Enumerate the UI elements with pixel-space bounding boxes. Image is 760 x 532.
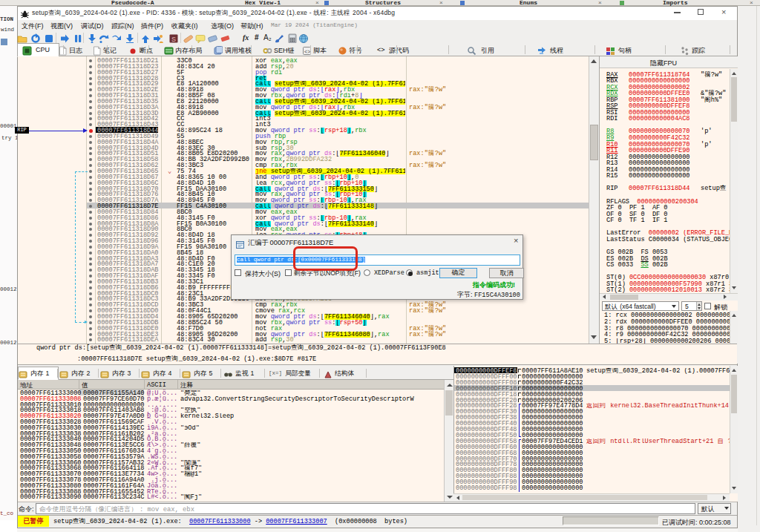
svg-text:S: S	[171, 36, 176, 43]
